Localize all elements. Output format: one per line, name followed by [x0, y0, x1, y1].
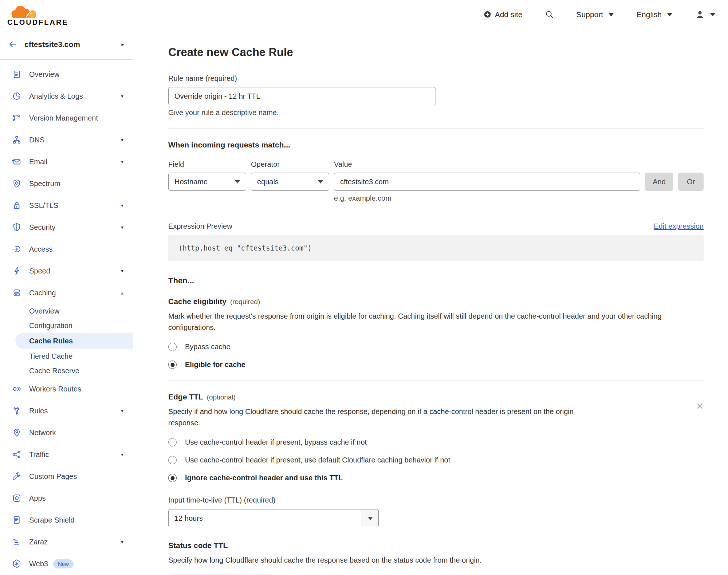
main-content: Create new Cache Rule Rule name (require… [133, 29, 728, 575]
sidebar-item-caching[interactable]: Caching ▴ [0, 282, 133, 304]
chevron-down-icon [235, 180, 240, 184]
language-label: English [637, 10, 662, 19]
sidebar-item-scrape-shield[interactable]: Scrape Shield [0, 509, 133, 531]
language-menu[interactable]: English [637, 10, 673, 19]
page-title: Create new Cache Rule [168, 46, 704, 59]
ttl-select[interactable]: 12 hours [168, 509, 379, 527]
status-code-ttl-title: Status code TTL [168, 541, 228, 550]
edit-expression-link[interactable]: Edit expression [654, 222, 704, 231]
traffic-icon [12, 450, 21, 459]
sidebar-item-apps[interactable]: Apps [0, 487, 133, 509]
ssl-tls-icon [12, 201, 21, 210]
expression-preview-box: (http.host eq "cftestsite3.com") [168, 235, 704, 261]
sidebar-item-speed[interactable]: Speed ▾ [0, 260, 133, 282]
sidebar-item-spectrum[interactable]: Spectrum [0, 173, 133, 194]
zaraz-icon [12, 537, 21, 547]
close-icon[interactable] [696, 402, 704, 411]
caching-icon [12, 288, 21, 298]
cloudflare-cloud-icon [7, 2, 45, 19]
rule-name-label: Rule name (required) [168, 73, 704, 84]
network-icon [12, 428, 21, 437]
or-button[interactable]: Or [678, 173, 704, 191]
value-input[interactable] [334, 173, 640, 191]
sidebar-item-email[interactable]: Email ▾ [0, 151, 133, 173]
sidebar-item-rules[interactable]: Rules ▾ [0, 400, 133, 422]
radio-ignore-cache-control[interactable]: Ignore cache-control header and use this… [168, 474, 704, 482]
support-menu[interactable]: Support [577, 10, 614, 19]
sidebar: cftestsite3.com ▸ Overview Analytics & L… [0, 29, 133, 575]
access-icon [12, 244, 21, 254]
radio-circle[interactable] [168, 456, 177, 464]
sidebar-item-overview[interactable]: Overview [0, 63, 133, 85]
sidebar-item-network[interactable]: Network [0, 422, 133, 444]
ttl-dropdown-button[interactable] [362, 509, 379, 527]
edge-ttl-description: Specify if and how long Cloudflare shoul… [168, 406, 602, 429]
sidebar-item-analytics-logs[interactable]: Analytics & Logs ▾ [0, 85, 133, 107]
sidebar-item-ssl-tls[interactable]: SSL/TLS ▾ [0, 194, 133, 216]
operator-select[interactable]: equals [251, 173, 329, 191]
radio-eligible-for-cache[interactable]: Eligible for cache [168, 361, 704, 369]
chevron-down-icon [318, 180, 323, 184]
sidebar-item-traffic[interactable]: Traffic ▾ [0, 444, 133, 465]
site-name: cftestsite3.com [24, 40, 80, 49]
chevron-down-icon: ▾ [121, 93, 123, 99]
email-icon [12, 157, 21, 166]
sidebar-item-custom-pages[interactable]: Custom Pages [0, 465, 133, 487]
user-icon [695, 10, 705, 19]
radio-circle-checked[interactable] [168, 474, 177, 482]
sidebar-item-security[interactable]: Security ▾ [0, 216, 133, 238]
spectrum-icon [12, 179, 21, 188]
cloudflare-logo[interactable]: CLOUDFLARE [7, 2, 68, 27]
analytics-icon [12, 91, 21, 101]
edge-ttl-title: Edge TTL [168, 393, 203, 401]
overview-icon [12, 70, 21, 79]
apps-icon [12, 493, 21, 503]
ttl-value[interactable]: 12 hours [168, 509, 362, 527]
sidebar-subitem-tiered-cache[interactable]: Tiered Cache [0, 349, 133, 363]
sidebar-item-dns[interactable]: DNS ▾ [0, 129, 133, 151]
radio-cache-control-default[interactable]: Use cache-control header if present, use… [168, 456, 704, 464]
plus-circle-icon [484, 11, 491, 18]
cloudflare-wordmark: CLOUDFLARE [7, 18, 68, 27]
sidebar-item-zaraz[interactable]: Zaraz ▾ [0, 531, 133, 553]
version-management-icon [12, 113, 21, 123]
cache-eligibility-title: Cache eligibility [168, 297, 227, 306]
sidebar-subitem-cache-reserve[interactable]: Cache Reserve [0, 363, 133, 378]
web3-icon [12, 559, 21, 568]
value-label: Value [334, 159, 640, 170]
support-label: Support [577, 10, 603, 19]
radio-bypass-cache[interactable]: Bypass cache [168, 343, 704, 351]
sidebar-item-web3[interactable]: Web3 New [0, 553, 133, 575]
sidebar-item-version-management[interactable]: Version Management [0, 107, 133, 129]
field-label: Field [168, 159, 246, 170]
search-button[interactable] [545, 10, 554, 19]
site-selector[interactable]: cftestsite3.com ▸ [0, 29, 133, 60]
sidebar-item-access[interactable]: Access [0, 238, 133, 260]
top-header: CLOUDFLARE Add site Support English [0, 0, 728, 29]
radio-circle[interactable] [168, 343, 177, 351]
sidebar-item-workers-routes[interactable]: Workers Routes [0, 378, 133, 400]
account-menu[interactable] [695, 10, 716, 19]
ttl-label: Input time-to-live (TTL) (required) [168, 495, 704, 505]
sidebar-subitem-cache-rules[interactable]: Cache Rules [15, 333, 133, 349]
radio-circle-checked[interactable] [168, 361, 177, 369]
field-select[interactable]: Hostname [168, 173, 246, 191]
then-heading: Then... [168, 276, 704, 285]
chevron-down-icon: ▾ [121, 408, 123, 414]
sidebar-subitem-configuration[interactable]: Configuration [0, 318, 133, 333]
divider [168, 129, 704, 129]
radio-circle[interactable] [168, 438, 177, 446]
rule-name-help: Give your rule a descriptive name. [168, 109, 704, 117]
and-button[interactable]: And [645, 173, 673, 191]
status-code-ttl-description: Specify how long Cloudflare should cache… [168, 555, 704, 566]
chevron-down-icon: ▾ [121, 452, 123, 457]
chevron-down-icon [667, 13, 673, 16]
radio-cache-control-bypass[interactable]: Use cache-control header if present, byp… [168, 438, 704, 446]
site-expand-icon[interactable]: ▸ [121, 41, 124, 48]
custom-pages-icon [12, 472, 21, 481]
sidebar-subitem-caching-overview[interactable]: Overview [0, 304, 133, 318]
back-arrow-icon[interactable] [8, 40, 17, 49]
add-site-button[interactable]: Add site [484, 10, 523, 19]
rule-name-input[interactable] [168, 87, 436, 105]
chevron-down-icon: ▾ [121, 137, 123, 143]
